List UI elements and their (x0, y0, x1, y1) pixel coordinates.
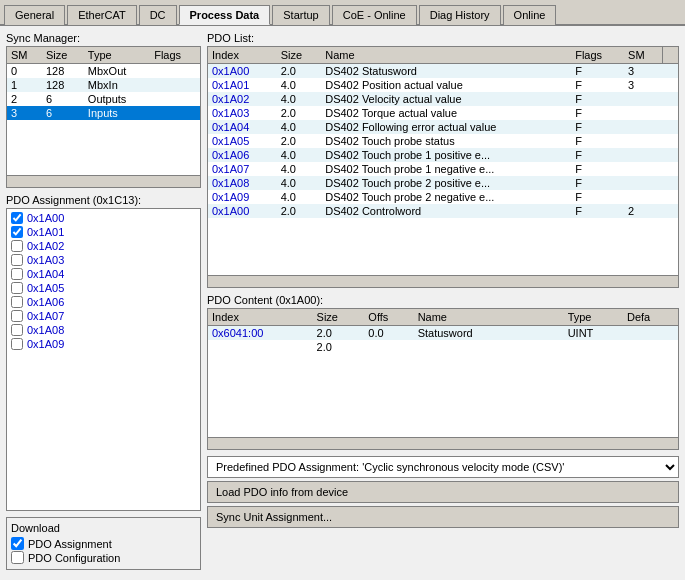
list-item[interactable]: 0x1A07 (9, 309, 198, 323)
pdo-row-sm (624, 190, 662, 204)
table-row[interactable]: 2.0 (208, 340, 678, 354)
pdo-checkbox-1[interactable] (11, 226, 23, 238)
pdo-row-sm (624, 162, 662, 176)
pdo-row-flags: F (571, 190, 624, 204)
pdo-list-table: Index Size Name Flags SM 0x1A00 2.0 DS4 (208, 47, 678, 218)
download-pdo-configuration-checkbox[interactable] (11, 551, 24, 564)
table-row[interactable]: 0x1A04 4.0 DS402 Following error actual … (208, 120, 678, 134)
tab-ethercat[interactable]: EtherCAT (67, 5, 136, 25)
pdo-assignment-list[interactable]: 0x1A00 0x1A01 0x1A02 0x1A03 0x1A04 0x1A0… (6, 208, 201, 511)
table-row[interactable]: 2 6 Outputs (7, 92, 200, 106)
table-row[interactable]: 0x1A05 2.0 DS402 Touch probe status F (208, 134, 678, 148)
download-pdo-configuration[interactable]: PDO Configuration (11, 551, 196, 564)
pdo-checkbox-6[interactable] (11, 296, 23, 308)
pdo-row-sm (624, 92, 662, 106)
tabs-bar: General EtherCAT DC Process Data Startup… (0, 0, 685, 26)
tab-startup[interactable]: Startup (272, 5, 329, 25)
pdo-index-5: 0x1A05 (27, 282, 64, 294)
pdo-checkbox-2[interactable] (11, 240, 23, 252)
pdo-row-index: 0x1A06 (208, 148, 277, 162)
pdo-row-flags: F (571, 162, 624, 176)
content-row-size: 2.0 (313, 340, 365, 354)
table-row[interactable]: 0 128 MbxOut (7, 64, 200, 79)
sync-manager-table-wrap[interactable]: SM Size Type Flags 0 128 MbxOut (6, 46, 201, 176)
pdo-row-sm (624, 134, 662, 148)
table-row[interactable]: 0x1A03 2.0 DS402 Torque actual value F (208, 106, 678, 120)
pdo-checkbox-7[interactable] (11, 310, 23, 322)
load-pdo-info-button[interactable]: Load PDO info from device (207, 481, 679, 503)
pdo-list-col-name: Name (321, 47, 571, 64)
tab-diag-history[interactable]: Diag History (419, 5, 501, 25)
pdo-row-flags: F (571, 148, 624, 162)
content-row-defa (623, 326, 678, 341)
predefined-pdo-dropdown[interactable]: Predefined PDO Assignment: 'Cyclic synch… (207, 456, 679, 478)
pdo-row-size: 2.0 (277, 64, 322, 79)
pdo-checkbox-4[interactable] (11, 268, 23, 280)
sm-hscroll[interactable] (6, 176, 201, 188)
pdo-checkbox-8[interactable] (11, 324, 23, 336)
pdo-checkbox-0[interactable] (11, 212, 23, 224)
pdo-content-col-name: Name (414, 309, 564, 326)
tab-coe-online[interactable]: CoE - Online (332, 5, 417, 25)
list-item[interactable]: 0x1A08 (9, 323, 198, 337)
table-row[interactable]: 1 128 MbxIn (7, 78, 200, 92)
table-row[interactable]: 0x1A08 4.0 DS402 Touch probe 2 positive … (208, 176, 678, 190)
pdo-row-index: 0x1A07 (208, 162, 277, 176)
table-row[interactable]: 0x1A02 4.0 DS402 Velocity actual value F (208, 92, 678, 106)
list-item[interactable]: 0x1A03 (9, 253, 198, 267)
table-row[interactable]: 0x1A06 4.0 DS402 Touch probe 1 positive … (208, 148, 678, 162)
download-pdo-assignment[interactable]: PDO Assignment (11, 537, 196, 550)
sync-unit-assignment-button[interactable]: Sync Unit Assignment... (207, 506, 679, 528)
pdo-row-name: DS402 Velocity actual value (321, 92, 571, 106)
pdo-content-hscroll[interactable] (207, 438, 679, 450)
pdo-checkbox-9[interactable] (11, 338, 23, 350)
pdo-row-index: 0x1A03 (208, 106, 277, 120)
table-row[interactable]: 0x1A07 4.0 DS402 Touch probe 1 negative … (208, 162, 678, 176)
list-item[interactable]: 0x1A04 (9, 267, 198, 281)
content-row-name: Statusword (414, 326, 564, 341)
table-row[interactable]: 3 6 Inputs (7, 106, 200, 120)
pdo-row-flags: F (571, 78, 624, 92)
tab-process-data[interactable]: Process Data (179, 5, 271, 25)
tab-dc[interactable]: DC (139, 5, 177, 25)
pdo-row-sm (624, 106, 662, 120)
list-item[interactable]: 0x1A02 (9, 239, 198, 253)
download-pdo-assignment-label: PDO Assignment (28, 538, 112, 550)
sm-row-type: MbxIn (84, 78, 150, 92)
sm-col-size: Size (42, 47, 84, 64)
table-row[interactable]: 0x6041:00 2.0 0.0 Statusword UINT (208, 326, 678, 341)
pdo-row-flags: F (571, 106, 624, 120)
pdo-checkbox-3[interactable] (11, 254, 23, 266)
list-item[interactable]: 0x1A05 (9, 281, 198, 295)
table-row[interactable]: 0x1A00 2.0 DS402 Controlword F 2 (208, 204, 678, 218)
pdo-list-table-wrap[interactable]: Index Size Name Flags SM 0x1A00 2.0 DS4 (207, 46, 679, 276)
pdo-content-table-wrap[interactable]: Index Size Offs Name Type Defa 0x6041:00… (207, 308, 679, 438)
table-row[interactable]: 0x1A09 4.0 DS402 Touch probe 2 negative … (208, 190, 678, 204)
pdo-index-1: 0x1A01 (27, 226, 64, 238)
list-item[interactable]: 0x1A06 (9, 295, 198, 309)
download-pdo-assignment-checkbox[interactable] (11, 537, 24, 550)
tab-general[interactable]: General (4, 5, 65, 25)
pdo-checkbox-5[interactable] (11, 282, 23, 294)
pdo-row-name: DS402 Position actual value (321, 78, 571, 92)
list-item[interactable]: 0x1A09 (9, 337, 198, 351)
pdo-row-sm (624, 120, 662, 134)
list-item[interactable]: 0x1A00 (9, 211, 198, 225)
pdo-row-sm (624, 148, 662, 162)
pdo-row-name: DS402 Touch probe 1 positive e... (321, 148, 571, 162)
list-item[interactable]: 0x1A01 (9, 225, 198, 239)
pdo-row-sm: 2 (624, 204, 662, 218)
table-row[interactable]: 0x1A00 2.0 DS402 Statusword F 3 (208, 64, 678, 79)
pdo-row-sm: 3 (624, 64, 662, 79)
pdo-row-name: DS402 Following error actual value (321, 120, 571, 134)
pdo-list-hscroll[interactable] (207, 276, 679, 288)
pdo-content-col-type: Type (564, 309, 623, 326)
tab-online[interactable]: Online (503, 5, 557, 25)
sync-manager-table: SM Size Type Flags 0 128 MbxOut (7, 47, 200, 120)
bottom-section: Predefined PDO Assignment: 'Cyclic synch… (207, 456, 679, 528)
pdo-row-size: 4.0 (277, 162, 322, 176)
table-row[interactable]: 0x1A01 4.0 DS402 Position actual value F… (208, 78, 678, 92)
pdo-content-col-index: Index (208, 309, 313, 326)
pdo-row-index: 0x1A00 (208, 204, 277, 218)
pdo-index-8: 0x1A08 (27, 324, 64, 336)
